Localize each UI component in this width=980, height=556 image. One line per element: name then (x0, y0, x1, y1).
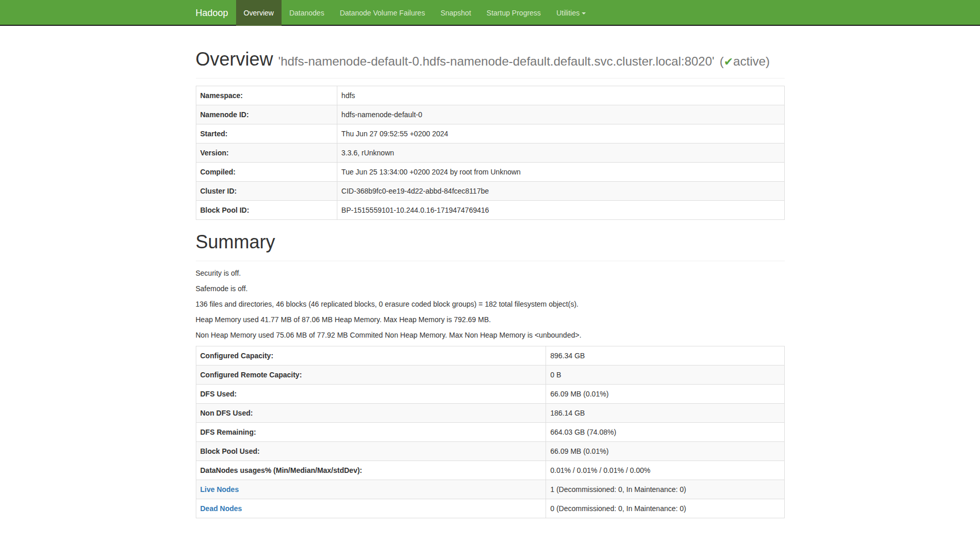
summary-line: Safemode is off. (196, 284, 785, 294)
summary-table-body: Configured Capacity: 896.34 GB Configure… (196, 346, 784, 518)
table-row: Configured Remote Capacity: 0 B (196, 365, 784, 384)
table-row: DataNodes usages% (Min/Median/Max/stdDev… (196, 460, 784, 480)
nav-link[interactable]: Snapshot (433, 0, 479, 26)
nav-link[interactable]: Datanodes (282, 0, 332, 26)
row-label: Cluster ID: (200, 187, 237, 195)
table-row: Non DFS Used: 186.14 GB (196, 403, 784, 422)
live-nodes-link[interactable]: Live Nodes (200, 485, 239, 494)
nav-link-label: Utilities (556, 9, 580, 17)
namenode-status: (✔active) (720, 54, 770, 68)
table-row: DFS Used: 66.09 MB (0.01%) (196, 384, 784, 403)
row-label: Block Pool Used: (200, 447, 260, 455)
page-title: Overview 'hdfs-namenode-default-0.hdfs-n… (196, 47, 785, 71)
row-value: 664.03 GB (74.08%) (546, 422, 784, 441)
row-label: Compiled: (200, 168, 236, 176)
nav-link[interactable]: Utilities (549, 0, 594, 26)
row-value: Tue Jun 25 13:34:00 +0200 2024 by root f… (337, 163, 784, 182)
table-row: Dead Nodes 0 (Decommissioned: 0, In Main… (196, 499, 784, 518)
overview-table: Namespace: hdfs Namenode ID: hdfs-nameno… (196, 86, 785, 220)
nav-item: Overview (236, 0, 282, 26)
status-text: active (733, 54, 766, 68)
nav-link-label: Startup Progress (487, 9, 541, 17)
nav-link[interactable]: Overview (236, 0, 282, 26)
table-row: DFS Remaining: 664.03 GB (74.08%) (196, 422, 784, 441)
row-value: 0 B (546, 365, 784, 384)
nav-link-label: Datanode Volume Failures (340, 9, 425, 17)
row-label: Configured Capacity: (200, 352, 274, 360)
table-row: Cluster ID: CID-368b9fc0-ee19-4d22-abbd-… (196, 182, 784, 201)
table-row: Live Nodes 1 (Decommissioned: 0, In Main… (196, 480, 784, 499)
navbar-brand[interactable]: Hadoop (196, 0, 236, 26)
nav-item: Utilities (549, 0, 594, 26)
nav-link-label: Snapshot (441, 9, 471, 17)
nav-link-label: Datanodes (289, 9, 324, 17)
row-value: 0.01% / 0.01% / 0.01% / 0.00% (546, 460, 784, 480)
row-value: 3.3.6, rUnknown (337, 144, 784, 163)
row-label: Version: (200, 149, 229, 157)
table-row: Version: 3.3.6, rUnknown (196, 144, 784, 163)
row-label: DataNodes usages% (Min/Median/Max/stdDev… (200, 466, 363, 474)
table-row: Block Pool Used: 66.09 MB (0.01%) (196, 441, 784, 460)
top-navbar: Hadoop Overview Datanodes Datanode Volum… (0, 0, 980, 26)
row-value: 186.14 GB (546, 403, 784, 422)
check-icon: ✔ (724, 55, 733, 68)
namenode-address: 'hdfs-namenode-default-0.hdfs-namenode-d… (278, 54, 714, 68)
row-label: Namenode ID: (200, 110, 249, 119)
row-value: 66.09 MB (0.01%) (546, 384, 784, 403)
nav-link-label: Overview (244, 9, 274, 17)
nav-item: Datanodes (282, 0, 332, 26)
status-paren-close: ) (766, 54, 770, 68)
row-label: DFS Used: (200, 390, 237, 398)
row-label: Started: (200, 130, 228, 138)
row-value: CID-368b9fc0-ee19-4d22-abbd-84fcec8117be (337, 182, 784, 201)
navbar-container: Hadoop Overview Datanodes Datanode Volum… (188, 0, 792, 26)
table-row: Namenode ID: hdfs-namenode-default-0 (196, 105, 784, 124)
divider (196, 78, 785, 78)
row-label: Non DFS Used: (200, 409, 253, 417)
summary-heading: Summary (196, 230, 785, 253)
table-row: Block Pool ID: BP-1515559101-10.244.0.16… (196, 201, 784, 220)
summary-line: 136 files and directories, 46 blocks (46… (196, 299, 785, 310)
row-label: Namespace: (200, 91, 243, 100)
table-row: Started: Thu Jun 27 09:52:55 +0200 2024 (196, 124, 784, 144)
nav-link[interactable]: Startup Progress (479, 0, 549, 26)
row-label: Block Pool ID: (200, 206, 250, 214)
row-value: 0 (Decommissioned: 0, In Maintenance: 0) (546, 499, 784, 518)
nav-item: Snapshot (433, 0, 479, 26)
dead-nodes-link[interactable]: Dead Nodes (200, 504, 242, 513)
row-value: 1 (Decommissioned: 0, In Maintenance: 0) (546, 480, 784, 499)
page-title-text: Overview (196, 49, 273, 70)
row-value: 896.34 GB (546, 346, 784, 365)
row-label: DFS Remaining: (200, 428, 256, 436)
row-label: Configured Remote Capacity: (200, 371, 302, 379)
row-value: 66.09 MB (0.01%) (546, 441, 784, 460)
nav-item: Datanode Volume Failures (332, 0, 433, 26)
summary-line: Non Heap Memory used 75.06 MB of 77.92 M… (196, 330, 785, 341)
navbar-menu: Overview Datanodes Datanode Volume Failu… (236, 0, 594, 26)
overview-table-body: Namespace: hdfs Namenode ID: hdfs-nameno… (196, 86, 784, 220)
row-value: hdfs-namenode-default-0 (337, 105, 784, 124)
divider (196, 261, 785, 261)
table-row: Compiled: Tue Jun 25 13:34:00 +0200 2024… (196, 163, 784, 182)
table-row: Configured Capacity: 896.34 GB (196, 346, 784, 365)
row-value: Thu Jun 27 09:52:55 +0200 2024 (337, 124, 784, 144)
caret-down-icon (582, 12, 586, 14)
row-value: BP-1515559101-10.244.0.16-1719474769416 (337, 201, 784, 220)
summary-line: Security is off. (196, 268, 785, 279)
nav-link[interactable]: Datanode Volume Failures (332, 0, 433, 26)
row-value: hdfs (337, 86, 784, 105)
main-content: Overview 'hdfs-namenode-default-0.hdfs-n… (188, 47, 792, 518)
summary-table: Configured Capacity: 896.34 GB Configure… (196, 346, 785, 518)
summary-line: Heap Memory used 41.77 MB of 87.06 MB He… (196, 315, 785, 325)
summary-paragraphs: Security is off. Safemode is off. 136 fi… (196, 268, 785, 341)
status-paren-open: ( (720, 54, 724, 68)
nav-item: Startup Progress (479, 0, 549, 26)
table-row: Namespace: hdfs (196, 86, 784, 105)
